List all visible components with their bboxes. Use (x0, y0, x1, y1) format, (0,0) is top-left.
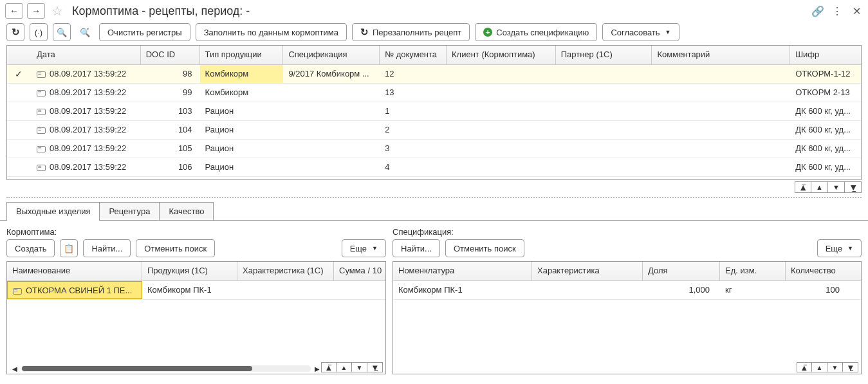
tab-quality[interactable]: Качество (159, 202, 214, 220)
approve-dropdown-button[interactable]: Согласовать ▼ (602, 23, 679, 41)
fill-from-kormoptima-button[interactable]: Заполнить по данным кормоптима (196, 23, 347, 41)
spec-grid-body[interactable]: Комбикорм ПК-11,000кг100 (393, 281, 861, 374)
table-row[interactable]: 08.09.2017 13:59:22106Рацион4ДК 600 кг, … (7, 158, 861, 177)
table-row[interactable]: 08.09.2017 13:59:22104Рацион2ДК 600 кг, … (7, 121, 861, 140)
copy-button[interactable]: 📋 (60, 239, 78, 257)
clear-registers-button[interactable]: Очистить регистры (99, 23, 190, 41)
cancel-search-icon-button[interactable]: 🔍͑ (76, 23, 94, 41)
create-spec-button[interactable]: + Создать спецификацию (475, 23, 597, 41)
cell-sum (334, 281, 385, 299)
copy-icon: 📋 (64, 244, 74, 253)
horizontal-scrollbar[interactable]: ◀ ▶ (11, 365, 321, 372)
grid-up-button[interactable]: ▲ (811, 181, 828, 193)
column-share[interactable]: Доля (643, 262, 720, 280)
column-prod[interactable]: Продукция (1С) (142, 262, 237, 280)
cell-comment (652, 121, 790, 139)
spec-grid-nav: ▲̅ ▲ ▼ ▼̲ (797, 362, 858, 372)
column-spec[interactable]: Спецификация (283, 46, 380, 64)
cell-client (447, 65, 556, 83)
column-partner[interactable]: Партнер (1С) (556, 46, 652, 64)
cancel-find-button[interactable]: Отменить поиск (136, 239, 215, 257)
cell-date: 08.09.2017 13:59:22 (32, 121, 141, 139)
row-marker (7, 84, 32, 102)
column-char[interactable]: Характеристика (1С) (237, 262, 334, 280)
column-nomenclature[interactable]: Номенклатура (393, 262, 532, 280)
cell-partner (556, 84, 652, 102)
refresh-button[interactable]: ↻ (6, 23, 24, 41)
column-sum[interactable]: Сумма / 10 (334, 262, 385, 280)
chevron-down-icon: ▼ (665, 29, 671, 35)
grid-up-button[interactable]: ▲ (337, 362, 352, 372)
grid-down-button[interactable]: ▼ (352, 362, 367, 372)
create-button[interactable]: Создать (6, 239, 55, 257)
table-row[interactable]: 08.09.2017 13:59:2299Комбикорм13ОТКОРМ 2… (7, 84, 861, 102)
panels: Кормоптима: Создать 📋 Найти... Отменить … (0, 221, 868, 381)
table-row[interactable]: 08.09.2017 13:59:22103Рацион1ДК 600 кг, … (7, 102, 861, 121)
table-row[interactable]: Комбикорм ПК-11,000кг100 (393, 281, 861, 300)
column-doc-id[interactable]: DOC ID (141, 46, 200, 64)
cancel-search-icon: 🔍͑ (80, 28, 90, 37)
grid-first-button[interactable]: ▲̅ (797, 362, 812, 372)
search-button[interactable]: 🔍 (53, 23, 71, 41)
antenna-button[interactable]: (·) (30, 23, 48, 41)
column-comment[interactable]: Комментарий (652, 46, 790, 64)
refresh-icon: ↻ (360, 26, 369, 38)
tab-recipe[interactable]: Рецентура (99, 202, 160, 220)
table-row[interactable]: 08.09.2017 13:59:22105Рацион3ДК 600 кг, … (7, 140, 861, 158)
antenna-icon: (·) (35, 28, 42, 37)
cell-prod: Комбикорм ПК-1 (142, 281, 237, 299)
column-unit[interactable]: Ед. изм. (720, 262, 786, 280)
scroll-left-icon[interactable]: ◀ (11, 365, 19, 372)
cell-code: ДК 600 кг, уд... (790, 102, 861, 120)
refill-recipe-button[interactable]: ↻ Перезаполнить рецепт (352, 23, 470, 41)
scroll-track[interactable] (21, 365, 311, 372)
column-date[interactable]: Дата (32, 46, 141, 64)
tab-output-products[interactable]: Выходные изделия (6, 202, 100, 220)
cell-code: ДК 600 кг, уд... (790, 140, 861, 158)
grid-last-button[interactable]: ▼̲ (367, 362, 383, 372)
favorite-star-icon[interactable]: ☆ (49, 3, 66, 19)
grid-first-button[interactable]: ▲̅ (321, 362, 337, 372)
grid-first-button[interactable]: ▲̅ (795, 181, 811, 193)
scroll-right-icon[interactable]: ▶ (313, 365, 321, 372)
cancel-find-button[interactable]: Отменить поиск (445, 239, 524, 257)
forward-button[interactable]: → (27, 3, 45, 19)
more-menu-icon[interactable]: ⋮ (831, 5, 844, 17)
titlebar: ← → ☆ Кормоптима - рецепты, период: - 🔗 … (0, 0, 868, 22)
cell-spec (283, 121, 380, 139)
cell-name: ОТКОРМА СВИНЕЙ 1 ПЕ... (7, 281, 142, 299)
main-grid-body[interactable]: ✓08.09.2017 13:59:2298Комбикорм9/2017 Ко… (7, 65, 861, 179)
column-client[interactable]: Клиент (Кормоптима) (447, 46, 556, 64)
grid-up-button[interactable]: ▲ (812, 362, 827, 372)
main-grid: Дата DOC ID Тип продукции Спецификация №… (6, 45, 862, 180)
tabbar: Выходные изделия Рецентура Качество (0, 202, 868, 221)
column-quantity[interactable]: Количество (786, 262, 850, 280)
back-button[interactable]: ← (5, 3, 23, 19)
table-row[interactable]: ОТКОРМА СВИНЕЙ 1 ПЕ...Комбикорм ПК-1 (7, 281, 385, 300)
scroll-thumb[interactable] (22, 366, 252, 371)
spec-grid-header: Номенклатура Характеристика Доля Ед. изм… (393, 262, 861, 281)
grid-down-button[interactable]: ▼ (828, 181, 845, 193)
column-num[interactable]: № документа (380, 46, 447, 64)
column-type[interactable]: Тип продукции (200, 46, 284, 64)
close-icon[interactable]: ✕ (850, 5, 863, 17)
cell-comment (652, 102, 790, 120)
kormoptima-grid-body[interactable]: ОТКОРМА СВИНЕЙ 1 ПЕ...Комбикорм ПК-1 (7, 281, 385, 374)
grid-last-button[interactable]: ▼̲ (845, 181, 862, 193)
grid-last-button[interactable]: ▼̲ (843, 362, 858, 372)
find-button[interactable]: Найти... (83, 239, 131, 257)
row-marker (7, 121, 32, 139)
column-marker[interactable] (7, 46, 32, 64)
link-icon[interactable]: 🔗 (811, 5, 824, 17)
more-dropdown-button[interactable]: Еще ▼ (342, 239, 386, 257)
cell-date: 08.09.2017 13:59:22 (32, 102, 141, 120)
cell-client (447, 158, 556, 176)
find-button[interactable]: Найти... (392, 239, 440, 257)
grid-down-button[interactable]: ▼ (827, 362, 843, 372)
toolbar: ↻ (·) 🔍 🔍͑ Очистить регистры Заполнить п… (0, 22, 868, 45)
column-name[interactable]: Наименование (7, 262, 142, 280)
column-characteristic[interactable]: Характеристика (532, 262, 643, 280)
more-dropdown-button[interactable]: Еще ▼ (817, 239, 862, 257)
column-code[interactable]: Шифр (790, 46, 861, 64)
table-row[interactable]: ✓08.09.2017 13:59:2298Комбикорм9/2017 Ко… (7, 65, 861, 84)
